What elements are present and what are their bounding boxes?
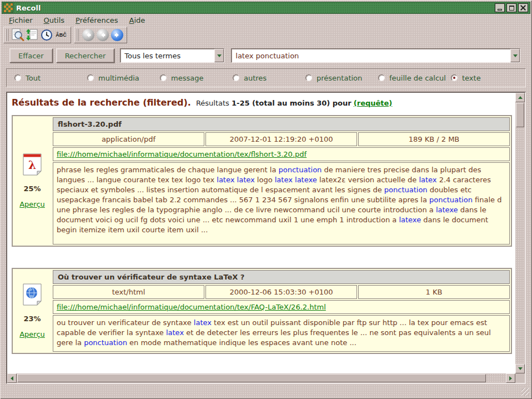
highlighted-term: latex [419,176,436,184]
previous-page-icon[interactable] [96,28,110,42]
result-url-link[interactable]: file:///home/michael/informatique/docume… [57,303,326,311]
radio-label: présentation [317,74,362,82]
result-meta-row: text/html2000-12-06 15:03:30 +01001 KB [53,285,510,299]
menu-item-aide[interactable]: Aide [126,15,149,26]
radio-button-icon[interactable] [14,74,21,81]
radio-pr-sentation[interactable]: présentation [305,74,378,82]
first-page-icon[interactable] [81,28,96,42]
scroll-up-button[interactable] [515,93,525,102]
minimize-button[interactable] [495,3,505,12]
radio-feuille-de-calcul[interactable]: feuille de calcul [378,74,451,82]
resize-grip-icon[interactable] [521,388,529,396]
highlighted-term: latex latex [217,176,254,184]
radio-multim-dia[interactable]: multimédia [87,74,160,82]
maximize-button[interactable] [506,3,516,12]
preview-link[interactable]: Aperçu [19,200,45,208]
scroll-down-button[interactable] [515,364,525,373]
file-size: 189 KB / 2 MB [358,132,510,146]
clear-button[interactable]: Effacer [9,48,53,63]
query-combobox[interactable] [231,48,520,63]
result-url-row: file:///home/michael/informatique/docume… [53,300,510,314]
next-page-icon[interactable] [110,28,124,42]
horizontal-scrollbar[interactable] [7,373,515,383]
search-mode-dropdown-button[interactable] [214,49,224,62]
titlebar[interactable]: Recoll [2,2,530,14]
mime-type: text/html [53,285,204,299]
menu-item-outils[interactable]: Outils [40,15,69,26]
horizontal-scrollbar-thumb[interactable] [17,374,486,382]
close-button[interactable] [518,3,528,12]
arrow-right-icon [509,376,512,381]
pdf-file-icon[interactable]: λ [23,153,42,177]
highlighted-term: ponctuation [84,338,127,347]
result-left-column: 23%Aperçu [13,269,52,353]
menu-item-prfrences[interactable]: Préférences [72,15,122,26]
result-title: Où trouver un vérificateur de syntaxe La… [53,270,510,284]
window-title: Recoll [16,4,491,12]
highlighted-term: latex latexe [275,176,317,184]
scroll-left-button[interactable] [7,373,17,383]
radio-button-icon[interactable] [378,74,385,81]
search-button[interactable]: Rechercher [56,48,115,63]
search-mode-value: Tous les termes [121,52,214,60]
result-item: λ25%Aperçuflshort-3.20.pdfapplication/pd… [12,115,512,247]
radio-button-icon[interactable] [160,74,167,81]
results-count-prefix: Résultats [196,99,229,107]
scroll-right-button[interactable] [506,373,515,383]
radio-label: feuille de calcul [389,74,446,82]
menubar: FichierOutilsPréférencesAide [2,14,530,26]
query-details-link[interactable]: (requête) [354,99,393,107]
document-preview-icon[interactable] [11,28,25,42]
highlighted-term: latex [166,328,184,337]
results-title: Résultats de la recherche (filtered). [12,97,191,108]
search-mode-select[interactable]: Tous les termes [120,48,224,63]
result-snippet: phrase les regles grammaticales de chaqu… [53,162,510,245]
sort-by-date-icon[interactable] [25,28,39,42]
radio-texte[interactable]: texte [451,74,481,82]
result-url-link[interactable]: file:///home/michael/informatique/docume… [57,150,307,158]
radio-button-icon[interactable] [233,74,239,81]
results-count-range: 1-25 (total au moins 30) pour [232,99,352,107]
query-input[interactable] [232,52,510,60]
radio-label: message [171,74,203,82]
toolbar-handle[interactable] [76,29,79,41]
arrow-up-icon [518,96,523,99]
html-file-icon[interactable] [23,283,42,307]
result-url-row: file:///home/michael/informatique/docume… [53,147,510,161]
radio-tout[interactable]: Tout [14,74,87,82]
window-controls [495,3,528,12]
result-right-column: flshort-3.20.pdfapplication/pdf2007-12-0… [52,116,511,246]
result-left-column: λ25%Aperçu [13,116,52,246]
scrollbar-corner [515,373,525,383]
radio-button-icon[interactable] [305,74,312,81]
toolbar-group-main: ÂBĈ [3,27,71,43]
mime-type: application/pdf [53,132,204,146]
results-frame: Résultats de la recherche (filtered).Rés… [6,92,526,384]
vertical-scrollbar[interactable] [515,93,525,373]
history-clock-icon[interactable] [39,28,54,42]
highlighted-term: ponctuation [279,166,322,174]
radio-button-icon[interactable] [87,74,94,81]
result-item: 23%AperçuOù trouver un vérificateur de s… [12,268,512,354]
maximize-icon [509,6,514,11]
radio-button-icon[interactable] [451,74,458,81]
radio-autres[interactable]: autres [233,74,305,82]
highlighted-term: ponctuation [384,186,428,194]
minimize-icon [498,9,502,11]
radio-label: Tout [26,74,41,82]
category-filter: Toutmultimédiamessageautresprésentationf… [6,68,526,87]
radio-message[interactable]: message [160,74,233,82]
toolbar-handle[interactable] [6,29,8,41]
preview-link[interactable]: Aperçu [19,330,45,338]
highlighted-term: latex [194,318,212,327]
file-size: 1 KB [358,285,510,299]
radio-label: autres [244,74,267,82]
vertical-scrollbar-thumb[interactable] [516,103,524,127]
query-dropdown-button[interactable] [510,49,520,62]
highlighted-term: ponctuation [429,196,473,204]
arrow-left-icon [11,376,13,381]
term-explorer-icon[interactable]: ÂBĈ [54,28,68,42]
menu-item-fichier[interactable]: Fichier [5,15,37,26]
result-snippet: ou trouver un verificateur de syntaxe la… [53,315,510,352]
relevance-percent: 23% [23,315,41,323]
